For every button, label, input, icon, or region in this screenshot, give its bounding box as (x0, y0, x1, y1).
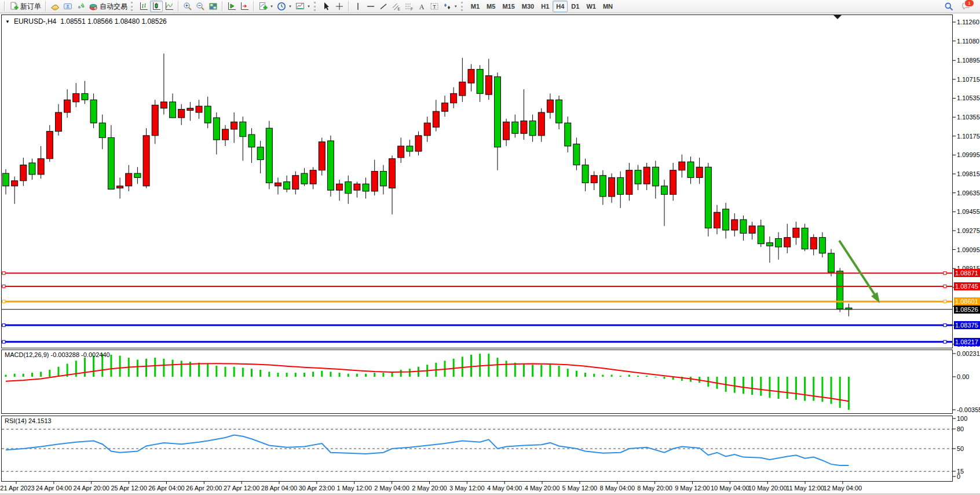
collapse-triangle-icon[interactable]: ▼ (5, 19, 10, 24)
price-axis-label: 1.09995 (957, 151, 980, 158)
candle-body (442, 103, 448, 112)
macd-bar (751, 377, 753, 395)
candle-body (160, 102, 167, 108)
candle-body (705, 167, 711, 228)
candle-body (371, 172, 378, 191)
candle-body (126, 173, 132, 186)
candle-body (407, 146, 413, 151)
macd-bar (821, 377, 823, 402)
macd-bar (225, 367, 226, 377)
candle-body (196, 106, 202, 112)
date-label: 1 May 12:00 (337, 485, 372, 492)
date-label: 9 May 12:00 (675, 485, 710, 492)
macd-bar (110, 355, 112, 377)
candle-body (284, 182, 290, 190)
candle-body (776, 239, 782, 248)
price-axis-label: 1.10715 (957, 76, 980, 83)
date-label: 10 May 20:00 (748, 485, 787, 492)
macd-bar (743, 377, 744, 394)
macd-bar (40, 372, 42, 377)
rsi-axis-label: 50 (957, 445, 964, 452)
line-handle[interactable] (2, 300, 5, 303)
candle-body (793, 228, 799, 237)
date-label: 5 May 12:00 (562, 485, 598, 492)
candle-body (451, 93, 457, 103)
macd-bar (277, 373, 279, 377)
macd-bar (5, 375, 7, 377)
candle-body (459, 82, 466, 96)
price-axis-label: 1.09635 (957, 190, 980, 196)
chart-surface[interactable] (0, 0, 980, 495)
line-handle[interactable] (944, 300, 946, 303)
candle-body (108, 137, 114, 189)
candle-body (503, 122, 510, 140)
macd-bar (549, 364, 551, 377)
candle-body (213, 118, 220, 140)
macd-bar (356, 374, 358, 377)
macd-bar (181, 361, 182, 377)
candle-body (626, 170, 632, 195)
macd-bar (620, 376, 621, 377)
candle-body (82, 93, 88, 100)
candle-body (679, 162, 685, 170)
candle-body (556, 100, 562, 123)
candle-body (714, 212, 720, 228)
candle-body (661, 186, 668, 195)
candle-body (740, 220, 747, 234)
candle-body (204, 106, 211, 123)
candle-body (643, 167, 650, 184)
line-handle[interactable] (2, 324, 5, 327)
macd-bar (268, 372, 270, 377)
candle-body (117, 186, 123, 188)
line-handle[interactable] (944, 272, 946, 275)
candle-body (222, 129, 229, 140)
date-label: 21 Apr 2023 (0, 485, 34, 492)
macd-bar (769, 377, 770, 398)
date-label: 26 Apr 20:00 (186, 485, 222, 492)
candle-body (766, 243, 773, 246)
macd-bar (31, 373, 33, 377)
macd-bar (286, 373, 288, 377)
macd-bar (348, 374, 349, 377)
candle-body (477, 70, 483, 94)
macd-bar (514, 363, 516, 377)
candle-body (398, 146, 404, 158)
line-handle[interactable] (2, 272, 5, 275)
date-label: 30 Apr 23:00 (299, 485, 335, 492)
candle-body (837, 271, 843, 309)
macd-bar (23, 374, 24, 377)
macd-bar (602, 375, 604, 377)
macd-bar (259, 370, 261, 377)
candle-body (485, 76, 492, 95)
line-handle[interactable] (2, 285, 5, 288)
date-label: 8 May 04:00 (599, 485, 635, 492)
price-axis-label: 1.10535 (957, 94, 980, 101)
candle-body (784, 238, 791, 247)
date-label: 12 May 04:00 (824, 485, 862, 492)
candle-body (573, 144, 580, 165)
line-handle[interactable] (944, 285, 946, 288)
macd-bar (813, 377, 814, 401)
macd-bar (49, 370, 50, 377)
macd-bar (795, 377, 797, 400)
candle-body (257, 147, 264, 160)
price-axis-label: 1.09095 (957, 246, 980, 253)
macd-bar (848, 377, 850, 410)
line-handle[interactable] (2, 340, 5, 343)
price-axis-label: 1.09455 (957, 208, 980, 215)
candle-body (319, 142, 325, 170)
macd-bar (523, 364, 525, 377)
chart-title-bar[interactable]: ▼ EURUSD-,H4 1.08551 1.08566 1.08480 1.0… (5, 17, 167, 26)
macd-bar (558, 366, 560, 377)
rsi-axis-label: 0 (957, 473, 960, 480)
macd-bar (251, 369, 253, 377)
date-label: 2 May 04:00 (374, 485, 409, 492)
macd-bar (628, 375, 630, 377)
candle-body (424, 123, 430, 136)
macd-bar (312, 372, 314, 377)
line-handle[interactable] (944, 324, 946, 327)
date-label: 24 Apr 04:00 (36, 485, 72, 492)
macd-bar (593, 374, 595, 377)
line-handle[interactable] (944, 340, 946, 343)
macd-bar (321, 371, 323, 377)
